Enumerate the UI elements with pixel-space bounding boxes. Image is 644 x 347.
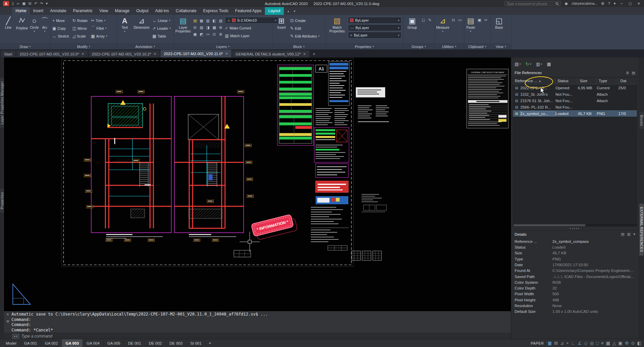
close-icon[interactable]: ✕ [225,52,228,55]
preview-view-icon[interactable]: ▥ [627,232,630,236]
snap-icon[interactable]: ⊞ [554,341,558,345]
file-tab-2[interactable]: 2022-CPE-107-M2-001_V20.10.2*✕ [89,50,160,57]
open-file-icon[interactable]: ▱ [17,2,19,5]
stretch-button[interactable]: ↔Stretch [52,32,69,40]
layout-tab-ga004[interactable]: GA 004 [83,339,103,347]
make-current-button[interactable]: ✓Make Current [225,24,278,31]
annotation-monitor-icon[interactable]: ⊙ [631,341,635,345]
column-reference[interactable]: Reference ...▲ [513,77,555,84]
layer-delete-icon[interactable]: ▣ [192,31,198,38]
create-block-button[interactable]: ⊡Create [290,17,320,24]
layer-properties-manager-tab[interactable]: Layer Properties Manager [0,78,4,128]
command-badge-icon[interactable]: ▸▾ [12,334,19,339]
edit-block-button[interactable]: ✎Edit [290,25,320,32]
tab-addins[interactable]: Add-ins [152,7,172,15]
layer-prev-icon[interactable]: ◩ [199,31,204,38]
osnap-icon[interactable]: □ [596,341,599,345]
copy-button[interactable]: ▣Copy [52,25,69,32]
copy-clip-icon[interactable]: ▣ [477,17,482,23]
command-customize-icon[interactable]: ⚒ [6,320,9,323]
file-tab-start[interactable]: Start [1,50,16,57]
grid-icon[interactable]: ▦ [548,341,552,345]
help-icon[interactable]: ? [608,2,610,5]
annotation-scale-icon[interactable]: △ [613,341,616,345]
array-button[interactable]: ▦Array▾ [91,32,107,40]
arc-dropdown-icon[interactable]: ▾ [44,30,45,33]
details-collapse-icon[interactable]: ▾ [633,232,635,236]
layer-on-icon[interactable]: ▧ [218,18,224,24]
command-input[interactable]: Type a command [21,334,52,339]
scale-button[interactable]: ◿Scale [72,32,88,40]
tab-output[interactable]: Output [133,7,152,15]
layer-freeze-icon[interactable]: ▥ [205,18,211,24]
tab-express-tools[interactable]: Express Tools [200,7,231,15]
search-input[interactable] [506,2,554,6]
maximize-button[interactable]: ▢ [627,2,633,5]
base-button[interactable]: ◱ Base [492,16,506,29]
dynamic-input-icon[interactable]: + [566,341,569,345]
tab-featured-apps[interactable]: Featured Apps [232,7,265,15]
qat-dropdown-icon[interactable]: ▾ [46,2,48,5]
object-color-combo[interactable]: ByLayer ▾ [348,17,401,24]
blocks-palette-tab[interactable]: Blocks [639,112,644,129]
panel-label-groups[interactable]: Groups▾ [403,43,434,49]
user-icon[interactable]: ◉ [565,2,568,5]
close-icon[interactable]: ✕ [153,52,156,56]
layer-copy-icon[interactable]: ⊡ [212,31,217,38]
cut-clip-icon[interactable]: ✂ [483,17,489,23]
layer-properties-button[interactable]: ▤ Layer Properties [175,16,191,33]
file-tab-4[interactable]: GENERAL DETAILS student_V00.12*✕ [232,50,309,57]
workspace-icon[interactable]: ⚙ [625,341,629,345]
tab-insert[interactable]: Insert [30,7,47,15]
column-size[interactable]: Size [578,77,597,84]
attach-xref-button[interactable]: ▤▾ [515,62,521,67]
ribbon-options-icon[interactable]: ▾ [293,7,296,15]
search-icon[interactable] [555,2,559,5]
close-icon[interactable]: ✕ [303,52,306,56]
add-layout-button[interactable]: + [205,341,214,346]
external-references-tab[interactable]: EXTERNAL REFERENCES [639,204,644,255]
tab-manage[interactable]: Manage [112,7,133,15]
palette-splitter[interactable]: ••••• [511,227,639,230]
table-button[interactable]: ▦Table [152,32,171,40]
app-logo[interactable]: A [3,1,9,6]
dimension-button[interactable]: ⊿ Dimension [132,16,151,29]
fillet-button[interactable]: ⌒Fillet▾ [91,25,107,32]
layout-tab-si001[interactable]: SI 001 [187,339,205,347]
refresh-xref-button[interactable]: ↻▾ [525,62,531,67]
xref-horizontal-scrollbar[interactable] [513,224,637,227]
layout-tab-ga001[interactable]: GA 001 [20,339,41,347]
change-path-button[interactable]: ▥▾ [536,62,542,67]
panel-label-layers[interactable]: Layers▾ [174,43,272,49]
layout-tab-ga003-active[interactable]: GA 003 [62,339,83,347]
layer-lock-icon[interactable]: ◧ [212,18,217,24]
layer-unlock-icon[interactable]: ◨ [205,25,211,31]
properties-palette-tab[interactable]: Properties [0,189,4,213]
panel-label-draw[interactable]: Draw▾ [0,43,50,49]
xref-row[interactable]: ▤ 2022-CPE-10...Opened 6,95 MBCurrent25/… [513,85,637,91]
panel-label-clipboard[interactable]: Clipboard▾ [464,43,490,49]
tab-view[interactable]: View [96,7,112,15]
clean-screen-icon[interactable]: ◧ [637,341,641,345]
app-store-icon[interactable]: ⊞ [601,2,604,5]
minimize-button[interactable]: ─ [619,2,624,5]
quick-calc-icon[interactable]: ⊡ [451,17,456,23]
file-tab-1[interactable]: 2022-CPE-107-M2-001_V20.10.0*✕ [16,50,88,57]
layer-match-icon[interactable]: ≣ [218,31,224,38]
polar-tracking-icon[interactable]: ∠ [578,341,582,345]
mirror-button[interactable]: ◫Mirror [72,25,88,32]
text-button[interactable]: A Text ▾ [119,16,131,33]
layout-tab-ga002[interactable]: GA 002 [41,339,62,347]
details-view-icon[interactable]: ▤ [621,232,624,236]
id-point-icon[interactable]: ▭ [457,17,463,23]
panel-label-utilities[interactable]: Utilities▾ [435,43,464,49]
tab-collaborate[interactable]: Collaborate [172,7,200,15]
layer-isolate-icon[interactable]: ▦ [199,18,204,24]
save-icon[interactable]: ▣ [22,2,26,5]
insert-button[interactable]: ⊞ Insert [274,16,289,29]
xref-row[interactable]: ▤ 1152_St. John'sNot Fou... Attach [513,91,637,97]
layer-combo[interactable]: ☼ S-2.5Dim10 ▾ [225,17,278,24]
line-button[interactable]: ╱ Line [2,16,15,29]
layout-tab-model[interactable]: Model [2,339,20,347]
trim-button[interactable]: ✂Trim▾ [91,17,107,24]
